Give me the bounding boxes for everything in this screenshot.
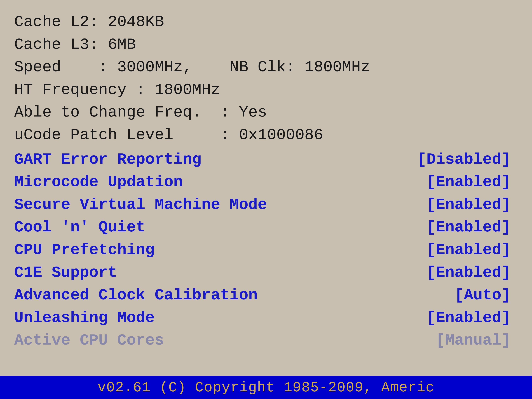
speed-line: Speed : 3000MHz, NB Clk: 1800MHz	[14, 56, 518, 79]
menu-item-label: Advanced Clock Calibration	[14, 284, 258, 307]
ucode-line: uCode Patch Level : 0x1000086	[14, 124, 518, 146]
menu-item-value: [Auto]	[455, 284, 511, 307]
cache-l3-value: 6MB	[108, 33, 136, 56]
menu-item-value: [Enabled]	[426, 261, 511, 284]
footer-text: v02.61 (C) Copyright 1985-2009, Americ	[98, 380, 434, 396]
menu-item-value: [Disabled]	[417, 148, 511, 171]
menu-item-value: [Enabled]	[426, 171, 511, 193]
menu-item[interactable]: CPU Prefetching[Enabled]	[14, 239, 518, 261]
menu-item[interactable]: Cool 'n' Quiet[Enabled]	[14, 216, 518, 239]
cache-l2-value: 2048KB	[108, 11, 164, 33]
nb-clk-value: 1800MHz	[304, 56, 370, 79]
menu-item-value: [Enabled]	[426, 216, 511, 239]
menu-item-label: Cool 'n' Quiet	[14, 216, 145, 239]
freq-line: Able to Change Freq. : Yes	[14, 101, 518, 124]
ht-line: HT Frequency : 1800MHz	[14, 79, 518, 101]
menu-item: Active CPU Cores[Manual]	[14, 329, 518, 352]
menu-item[interactable]: Unleashing Mode[Enabled]	[14, 307, 518, 329]
cache-l3-label: Cache L3:	[14, 33, 108, 56]
menu-section: GART Error Reporting[Disabled]Microcode …	[14, 148, 518, 352]
menu-item-label: C1E Support	[14, 261, 117, 284]
menu-item[interactable]: Microcode Updation[Enabled]	[14, 171, 518, 193]
freq-value: Yes	[239, 101, 267, 124]
ucode-label: uCode Patch Level :	[14, 124, 239, 146]
menu-item-value: [Enabled]	[426, 307, 511, 329]
menu-item[interactable]: Secure Virtual Machine Mode[Enabled]	[14, 193, 518, 216]
menu-item-label: GART Error Reporting	[14, 148, 202, 171]
menu-item[interactable]: Advanced Clock Calibration[Auto]	[14, 284, 518, 307]
menu-item-value: [Manual]	[436, 329, 511, 352]
menu-item[interactable]: GART Error Reporting[Disabled]	[14, 148, 518, 171]
cache-l3-line: Cache L3: 6MB	[14, 33, 518, 56]
speed-label: Speed :	[14, 56, 117, 79]
menu-item[interactable]: C1E Support[Enabled]	[14, 261, 518, 284]
menu-item-value: [Enabled]	[426, 239, 511, 261]
menu-item-label: CPU Prefetching	[14, 239, 155, 261]
menu-item-label: Secure Virtual Machine Mode	[14, 193, 267, 216]
ucode-value: 0x1000086	[239, 124, 323, 146]
menu-item-value: [Enabled]	[426, 193, 511, 216]
info-section: Cache L2: 2048KB Cache L3: 6MB Speed : 3…	[14, 11, 518, 146]
menu-item-label: Active CPU Cores	[14, 329, 164, 352]
ht-value: 1800MHz	[155, 79, 220, 101]
bios-screen: Cache L2: 2048KB Cache L3: 6MB Speed : 3…	[0, 0, 532, 399]
freq-label: Able to Change Freq. :	[14, 101, 239, 124]
menu-item-label: Unleashing Mode	[14, 307, 155, 329]
menu-item-label: Microcode Updation	[14, 171, 183, 193]
cache-l2-label: Cache L2:	[14, 11, 108, 33]
nb-clk-label: NB Clk:	[192, 56, 304, 79]
ht-label: HT Frequency :	[14, 79, 155, 101]
cache-l2-line: Cache L2: 2048KB	[14, 11, 518, 33]
speed-value: 3000MHz,	[117, 56, 192, 79]
footer-bar: v02.61 (C) Copyright 1985-2009, Americ	[0, 376, 532, 399]
